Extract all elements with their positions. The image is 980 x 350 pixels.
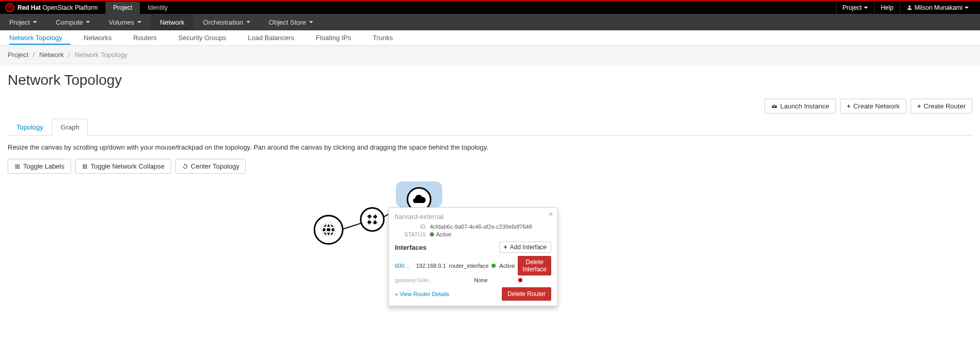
chevron-down-icon — [246, 21, 250, 23]
interface-status: Active — [492, 263, 515, 269]
interface-status — [518, 278, 544, 282]
grid-icon — [82, 163, 88, 170]
subnav-load-balancers[interactable]: Load Balancers — [240, 31, 302, 45]
help-link[interactable]: Help — [874, 2, 900, 14]
breadcrumb-project[interactable]: Project — [8, 51, 28, 59]
interface-ip: 192.168.0.1 — [416, 263, 446, 269]
page-content: Network Topology Launch Instance + Creat… — [0, 64, 980, 312]
breadcrumb-current: Network Topology — [75, 51, 128, 59]
global-header: Red Hat OpenStack Platform Project Ident… — [0, 1, 980, 14]
id-label: ID — [395, 224, 426, 230]
interface-type: None — [474, 277, 515, 283]
interfaces-heading: Interfaces — [395, 244, 426, 251]
main-nav: Project Compute Volumes Network Orchestr… — [0, 14, 980, 30]
user-dropdown[interactable]: Milson Munakami — [900, 2, 975, 14]
plus-icon: + — [917, 102, 921, 110]
subnav-trunks[interactable]: Trunks — [365, 31, 401, 45]
chevron-down-icon — [86, 21, 90, 23]
topology-canvas[interactable]: × harvard-external ID 4cfdab6c-9a07-4c46… — [8, 181, 972, 305]
interface-id: gateway7a9e... — [395, 277, 437, 283]
close-icon[interactable]: × — [549, 210, 553, 219]
status-value: Active — [430, 231, 451, 237]
action-bar: Launch Instance + Create Network + Creat… — [8, 99, 972, 114]
redhat-icon — [5, 3, 14, 12]
status-dot-icon — [430, 232, 434, 236]
status-dot-icon — [518, 278, 522, 282]
status-label: STATUS — [395, 231, 426, 237]
topology-link — [341, 222, 363, 230]
chevron-down-icon — [309, 21, 313, 23]
center-topology-button[interactable]: Center Topology — [175, 159, 246, 174]
chevron-down-icon — [864, 7, 868, 9]
chevron-down-icon — [965, 7, 969, 9]
help-text: Resize the canvas by scrolling up/down w… — [8, 143, 972, 151]
chevron-down-icon — [33, 21, 37, 23]
delete-interface-button[interactable]: Delete Interface — [518, 256, 551, 275]
grid-icon — [14, 163, 21, 170]
nav-compute[interactable]: Compute — [46, 14, 99, 30]
cloud-icon — [412, 192, 426, 207]
nav-volumes[interactable]: Volumes — [99, 14, 151, 30]
header-tab-project[interactable]: Project — [105, 2, 140, 14]
plus-icon: + — [847, 102, 851, 110]
tab-topology[interactable]: Topology — [8, 119, 52, 135]
nav-orchestration[interactable]: Orchestration — [194, 14, 260, 30]
interface-row: 600b03d4-62... 192.168.0.1 router_interf… — [395, 256, 551, 275]
create-router-button[interactable]: + Create Router — [911, 99, 972, 114]
globe-icon — [320, 221, 337, 238]
popover-title: harvard-external — [395, 213, 551, 220]
refresh-icon — [182, 163, 188, 170]
header-tab-identity[interactable]: Identity — [140, 2, 175, 14]
delete-router-button[interactable]: Delete Router — [502, 287, 551, 301]
status-dot-icon — [492, 264, 496, 268]
page-title: Network Topology — [8, 72, 972, 88]
sub-nav: Network Topology Networks Routers Securi… — [0, 30, 980, 46]
breadcrumb: Project / Network / Network Topology — [0, 46, 980, 64]
subnav-routers[interactable]: Routers — [125, 31, 165, 45]
subnav-floating-ips[interactable]: Floating IPs — [307, 31, 359, 45]
router-arrows-icon — [366, 213, 379, 226]
id-value: 4cfdab6c-9a07-4c46-af2e-c239e6df7648 — [430, 224, 532, 230]
header-right: Project Help Milson Munakami — [836, 2, 975, 14]
chevron-down-icon — [137, 21, 141, 23]
toggle-labels-button[interactable]: Toggle Labels — [8, 159, 71, 174]
cloud-upload-icon — [771, 103, 777, 109]
canvas-controls: Toggle Labels Toggle Network Collapse Ce… — [8, 159, 972, 174]
router-popover: × harvard-external ID 4cfdab6c-9a07-4c46… — [388, 207, 558, 306]
subnav-network-topology[interactable]: Network Topology — [9, 31, 70, 45]
view-router-details-link[interactable]: » View Router Details — [395, 291, 449, 297]
add-interface-button[interactable]: + Add Interface — [499, 242, 551, 253]
nav-object-store[interactable]: Object Store — [260, 14, 322, 30]
subnav-networks[interactable]: Networks — [76, 31, 120, 45]
plus-icon: + — [504, 244, 507, 251]
nav-project[interactable]: Project — [0, 14, 46, 30]
brand-logo[interactable]: Red Hat OpenStack Platform — [5, 3, 105, 12]
subnav-security-groups[interactable]: Security Groups — [170, 31, 234, 45]
interface-type: router_interface — [449, 263, 488, 269]
breadcrumb-network[interactable]: Network — [39, 51, 64, 59]
router-node[interactable] — [360, 207, 385, 232]
user-icon — [906, 5, 913, 11]
interface-id-link[interactable]: 600b03d4-62... — [395, 263, 413, 269]
tab-graph[interactable]: Graph — [52, 119, 88, 136]
external-network-node[interactable] — [396, 181, 442, 207]
brand-text: Red Hat OpenStack Platform — [17, 4, 98, 11]
toggle-network-collapse-button[interactable]: Toggle Network Collapse — [75, 159, 171, 174]
view-tabs: Topology Graph — [8, 119, 972, 136]
create-network-button[interactable]: + Create Network — [840, 99, 906, 114]
interface-row: gateway7a9e... None — [395, 277, 551, 283]
network-node[interactable] — [314, 215, 343, 245]
launch-instance-button[interactable]: Launch Instance — [765, 99, 836, 114]
project-dropdown[interactable]: Project — [836, 2, 874, 14]
nav-network[interactable]: Network — [151, 14, 194, 30]
header-tabs: Project Identity — [105, 2, 175, 14]
